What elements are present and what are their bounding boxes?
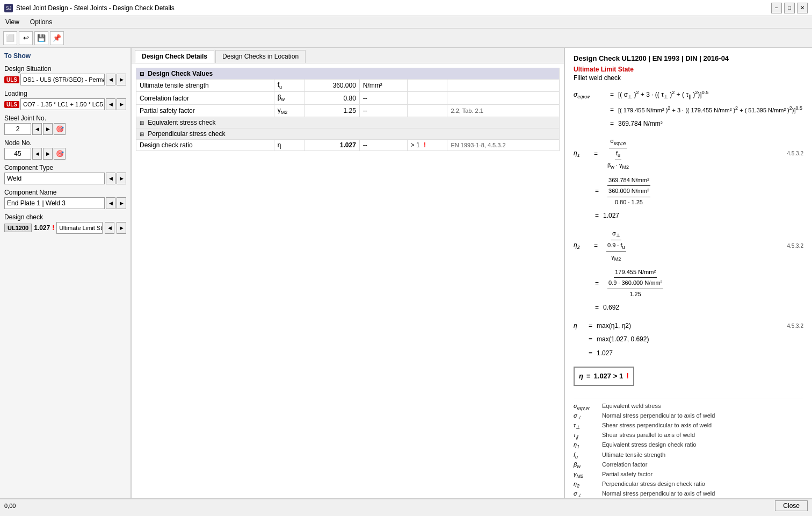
- toolbar: ⬜ ↩ 💾 📌: [0, 28, 812, 48]
- to-show-label: To Show: [4, 52, 126, 60]
- row-val-3: 1.25: [305, 104, 359, 117]
- design-situation-section: Design Situation ULS DS1 - ULS (STR/GEO)…: [4, 65, 126, 85]
- row-empty-2: [407, 92, 447, 104]
- status-bar: 0,00 Close: [0, 498, 812, 512]
- design-check-prev[interactable]: ◀: [105, 222, 114, 234]
- eta1-val: 1.027: [603, 210, 619, 222]
- eta2-val: 0.692: [603, 302, 619, 314]
- design-check-warn: !: [52, 224, 54, 232]
- component-type-prev[interactable]: ◀: [106, 173, 115, 184]
- design-situation-select[interactable]: DS1 - ULS (STR/GEO) - Perma...: [20, 74, 105, 85]
- component-type-section: Component Type Weld ◀ ▶: [4, 164, 126, 184]
- design-check-section: Design check UL1200 1.027 ! Ultimate Lim…: [4, 213, 126, 234]
- component-name-section: Component Name End Plate 1 | Weld 3 ◀ ▶: [4, 189, 126, 209]
- eq-stress-expand[interactable]: ⊞: [140, 120, 144, 126]
- design-check-next[interactable]: ▶: [117, 222, 126, 234]
- steel-joint-target[interactable]: 🎯: [54, 123, 66, 135]
- ratio-row-val: 1.027: [305, 140, 359, 151]
- legend-item: τ∥ Shear stress parallel to axis of weld: [574, 432, 803, 440]
- component-name-prev[interactable]: ◀: [106, 197, 115, 209]
- row-val-2: 0.80: [305, 92, 359, 104]
- menu-bar: View Options: [0, 16, 812, 28]
- design-check-desc[interactable]: Ultimate Limit Sta...: [56, 222, 103, 234]
- app-icon: SJ: [4, 4, 13, 12]
- row-sym-3: γM2: [274, 104, 305, 117]
- toolbar-btn-2[interactable]: ↩: [19, 31, 33, 45]
- steel-joint-prev[interactable]: ◀: [32, 123, 42, 135]
- right-panel: Design Check UL1200 | EN 1993 | DIN | 20…: [565, 48, 812, 498]
- component-name-select[interactable]: End Plate 1 | Weld 3: [4, 197, 105, 209]
- section-expand-icon[interactable]: ⊟: [140, 71, 144, 77]
- design-situation-prev[interactable]: ◀: [106, 74, 115, 85]
- loading-select[interactable]: CO7 - 1.35 * LC1 + 1.50 * LC5...: [20, 98, 105, 110]
- eta2-den-top: 0.9 · 360.000 N/mm²: [607, 278, 663, 289]
- toolbar-btn-4[interactable]: 📌: [50, 31, 64, 45]
- eta1-num: 369.784 N/mm²: [607, 175, 650, 187]
- design-check-ratio: 1.027: [34, 224, 50, 232]
- row-empty-3: [407, 104, 447, 117]
- component-name-row: End Plate 1 | Weld 3 ◀ ▶: [4, 197, 126, 209]
- maximize-button[interactable]: □: [784, 3, 795, 13]
- legend-item: η2 Perpendicular stress design check rat…: [574, 481, 803, 489]
- eta-max-val: max(1.027, 0.692): [597, 334, 649, 346]
- table-row: ⊞ Perpendicular stress check: [136, 128, 560, 140]
- title-bar: SJ Steel Joint Design - Steel Joints - D…: [0, 0, 812, 16]
- ratio-row-comp: > 1 !: [407, 140, 447, 151]
- window-title: Steel Joint Design - Steel Joints - Desi…: [16, 4, 175, 12]
- design-situation-next[interactable]: ▶: [117, 74, 126, 85]
- table-row: Design check ratio η 1.027 -- > 1 ! EN 1…: [136, 140, 560, 151]
- component-name-next[interactable]: ▶: [117, 197, 126, 209]
- component-type-select[interactable]: Weld: [4, 173, 105, 184]
- ratio-row-name: Design check ratio: [136, 140, 274, 151]
- eq-stress-label: Equivalent stress check: [148, 119, 215, 126]
- steel-joint-input[interactable]: 2: [4, 123, 31, 135]
- table-row: ⊞ Equivalent stress check: [136, 117, 560, 128]
- loading-badge: ULS: [4, 101, 19, 108]
- component-type-next[interactable]: ▶: [117, 173, 126, 184]
- uls-title: Ultimate Limit State: [574, 66, 803, 73]
- close-button[interactable]: Close: [775, 500, 808, 511]
- eta-max-expr: max(η1, η2): [597, 320, 631, 332]
- node-next[interactable]: ▶: [43, 148, 53, 160]
- eta2-ref: 4.5.3.2: [776, 241, 803, 251]
- node-input[interactable]: 45: [4, 148, 31, 160]
- close-window-button[interactable]: ✕: [797, 3, 808, 13]
- formula-eta1: η1 = σeqv,w fu βw · γM2 4.5.3.2 = 369.7: [574, 136, 803, 221]
- steel-joint-next[interactable]: ▶: [43, 123, 53, 135]
- section-header-label: Design Check Values: [148, 70, 213, 77]
- row-ref-1: [447, 80, 560, 92]
- fillet-title: Fillet weld check: [574, 74, 803, 82]
- legend-item: τ⊥ Shear stress perpendicular to axis of…: [574, 422, 803, 430]
- menu-view[interactable]: View: [4, 18, 20, 26]
- eta1-ref: 4.5.3.2: [776, 149, 803, 159]
- table-row: Ultimate tensile strength fu 360.000 N/m…: [136, 80, 560, 92]
- tab-design-checks-location[interactable]: Design Checks in Location: [215, 50, 306, 63]
- ratio-row-sym: η: [274, 140, 305, 151]
- toolbar-btn-3[interactable]: 💾: [34, 31, 48, 45]
- row-unit-2: --: [359, 92, 407, 104]
- steel-joint-label: Steel Joint No.: [4, 114, 126, 122]
- loading-next[interactable]: ▶: [117, 98, 126, 110]
- menu-options[interactable]: Options: [29, 18, 53, 26]
- tab-design-check-details[interactable]: Design Check Details: [135, 50, 214, 63]
- node-prev[interactable]: ◀: [32, 148, 42, 160]
- perp-stress-label: Perpendicular stress check: [148, 130, 225, 138]
- warn-icon: !: [626, 369, 629, 383]
- row-unit-1: N/mm²: [359, 80, 407, 92]
- loading-section: Loading ULS CO7 - 1.35 * LC1 + 1.50 * LC…: [4, 90, 126, 110]
- design-check-label: Design check: [4, 213, 126, 221]
- steel-joint-section: Steel Joint No. 2 ◀ ▶ 🎯: [4, 114, 126, 135]
- eta-final: 1.027: [597, 348, 613, 360]
- node-target[interactable]: 🎯: [54, 148, 66, 160]
- minimize-button[interactable]: −: [771, 3, 782, 13]
- eta2-num: 179.455 N/mm²: [614, 267, 657, 278]
- row-name-3: Partial safety factor: [136, 104, 274, 117]
- row-sym-2: βw: [274, 92, 305, 104]
- ratio-row-ref: EN 1993-1-8, 4.5.3.2: [447, 140, 560, 151]
- loading-prev[interactable]: ◀: [106, 98, 115, 110]
- design-situation-label: Design Situation: [4, 65, 126, 73]
- perp-stress-expand[interactable]: ⊞: [140, 131, 144, 137]
- formula-eta2: η2 = σ⊥ 0.9 · fu γM2 4.5.3.2 = 179.455: [574, 228, 803, 314]
- row-sym-1: fu: [274, 80, 305, 92]
- toolbar-btn-1[interactable]: ⬜: [3, 31, 17, 45]
